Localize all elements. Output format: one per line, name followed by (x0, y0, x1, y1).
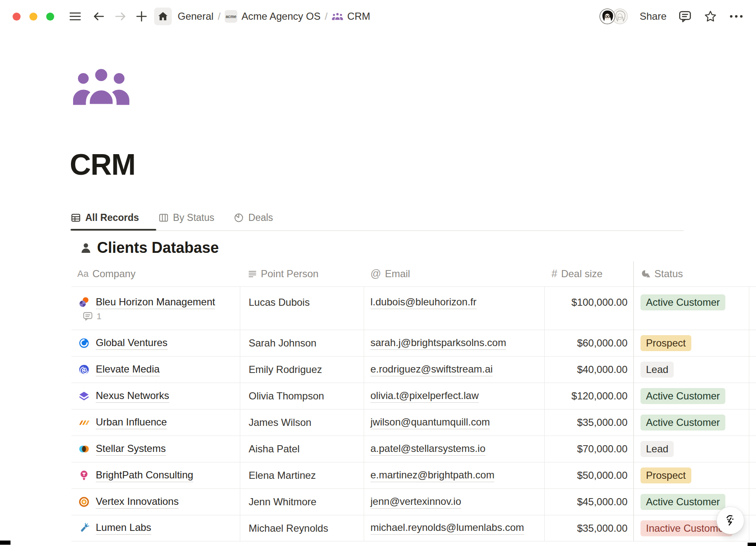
company-link[interactable]: Elevate Media (96, 363, 160, 376)
company-link[interactable]: Stellar Systems (96, 443, 166, 456)
table-row[interactable]: Lumen LabsMichael Reynoldsmichael.reynol… (71, 515, 756, 541)
status-badge[interactable]: Prospect (640, 467, 691, 483)
zoom-window-button[interactable] (46, 13, 54, 21)
email-cell[interactable]: e.martinez@brightpath.com (370, 462, 494, 488)
email-link[interactable]: jenn@vertexinnov.io (370, 496, 461, 509)
company-cell[interactable]: Urban Influence (96, 410, 167, 436)
email-link[interactable]: michael.reynolds@lumenlabs.com (370, 522, 524, 535)
company-link[interactable]: Urban Influence (96, 416, 167, 429)
status-badge[interactable]: Active Customer (640, 415, 725, 430)
breadcrumb-root[interactable]: General (178, 10, 213, 22)
deal-size-cell[interactable]: $45,000.00 (544, 489, 627, 515)
table-row[interactable]: Vertex InnovationsJenn Whitmorejenn@vert… (71, 489, 756, 515)
deal-size-cell[interactable]: $100,000.00 (544, 287, 627, 318)
email-cell[interactable]: michael.reynolds@lumenlabs.com (370, 515, 524, 541)
company-link[interactable]: BrightPath Consulting (96, 469, 193, 482)
table-row[interactable]: Urban InfluenceJames Wilsonjwilson@quant… (71, 410, 756, 436)
status-cell[interactable]: Lead (640, 436, 674, 462)
notion-ai-button[interactable] (717, 507, 744, 534)
forward-icon[interactable] (115, 10, 126, 22)
column-header-deal-size[interactable]: # Deal size (551, 260, 603, 287)
status-badge[interactable]: Active Customer (640, 494, 725, 510)
sidebar-menu-icon[interactable] (69, 11, 81, 21)
status-cell[interactable]: Prospect (640, 330, 691, 356)
column-header-email[interactable]: @ Email (370, 260, 410, 287)
breadcrumb-page[interactable]: CRM (347, 10, 370, 22)
company-cell[interactable]: Lumen Labs (96, 515, 151, 541)
email-link[interactable]: sarah.j@brightsparksolns.com (370, 337, 506, 350)
point-person-cell[interactable]: Sarah Johnson (249, 330, 316, 356)
point-person-cell[interactable]: Olivia Thompson (249, 383, 324, 409)
comments-icon[interactable] (678, 10, 692, 23)
deal-size-cell[interactable]: $50,000.00 (544, 462, 627, 488)
column-header-status[interactable]: Status (641, 260, 683, 287)
email-link[interactable]: olivia.t@pixelperfect.law (370, 390, 479, 403)
company-link[interactable]: Lumen Labs (96, 522, 151, 535)
comment-count[interactable]: 1 (82, 308, 102, 325)
tab-deals[interactable]: Deals (234, 212, 273, 223)
column-header-company[interactable]: Aa Company (77, 260, 136, 287)
status-badge[interactable]: Active Customer (640, 294, 725, 310)
deal-size-cell[interactable]: $35,000.00 (544, 515, 627, 541)
database-title[interactable]: Clients Database (97, 239, 219, 257)
status-cell[interactable]: Active Customer (640, 489, 725, 515)
page-icon-people-group-icon[interactable] (72, 67, 130, 107)
close-window-button[interactable] (13, 13, 21, 21)
email-cell[interactable]: olivia.t@pixelperfect.law (370, 383, 479, 409)
table-row[interactable]: Global VenturesSarah Johnsonsarah.j@brig… (71, 330, 756, 357)
column-header-point-person[interactable]: Point Person (248, 260, 318, 287)
company-link[interactable]: Vertex Innovations (96, 496, 178, 509)
company-link[interactable]: Global Ventures (96, 337, 168, 350)
deal-size-cell[interactable]: $120,000.00 (544, 383, 627, 409)
point-person-cell[interactable]: James Wilson (249, 410, 311, 436)
share-button[interactable]: Share (640, 10, 667, 22)
status-cell[interactable]: Lead (640, 357, 674, 383)
tab-all-records[interactable]: All Records (71, 212, 139, 223)
company-cell[interactable]: BrightPath Consulting (96, 462, 193, 488)
email-cell[interactable]: a.patel@stellarsystems.io (370, 436, 486, 462)
point-person-cell[interactable]: Emily Rodriguez (249, 357, 322, 383)
deal-size-cell[interactable]: $35,000.00 (544, 410, 627, 436)
company-cell[interactable]: Elevate Media (96, 357, 160, 383)
status-badge[interactable]: Lead (640, 362, 674, 378)
company-link[interactable]: Nexus Networks (96, 390, 169, 403)
status-cell[interactable]: Prospect (640, 462, 691, 488)
email-cell[interactable]: l.dubois@bleuhorizon.fr (370, 287, 477, 318)
email-cell[interactable]: e.rodriguez@swiftstream.ai (370, 357, 493, 383)
company-cell[interactable]: Global Ventures (96, 330, 168, 356)
point-person-cell[interactable]: Lucas Dubois (249, 287, 310, 318)
email-link[interactable]: a.patel@stellarsystems.io (370, 443, 486, 456)
company-cell[interactable]: Stellar Systems (96, 436, 166, 462)
status-cell[interactable]: Active Customer (640, 410, 725, 436)
email-cell[interactable]: sarah.j@brightsparksolns.com (370, 330, 506, 356)
home-icon[interactable] (154, 8, 172, 25)
email-cell[interactable]: jwilson@quantumquill.com (370, 410, 490, 436)
table-row[interactable]: Nexus NetworksOlivia Thompsonolivia.t@pi… (71, 383, 756, 410)
point-person-cell[interactable]: Aisha Patel (249, 436, 299, 462)
table-row[interactable]: Bleu Horizon ManagementLucas Duboisl.dub… (71, 287, 756, 330)
table-row[interactable]: Elevate MediaEmily Rodrigueze.rodriguez@… (71, 357, 756, 383)
email-link[interactable]: l.dubois@bleuhorizon.fr (370, 296, 477, 309)
status-badge[interactable]: Prospect (640, 335, 691, 351)
more-options-icon[interactable] (729, 14, 743, 18)
breadcrumb-workspace[interactable]: Acme Agency OS (242, 10, 320, 22)
deal-size-cell[interactable]: $70,000.00 (544, 436, 627, 462)
company-link[interactable]: Bleu Horizon Management (96, 296, 215, 309)
email-link[interactable]: e.rodriguez@swiftstream.ai (370, 363, 493, 376)
favorite-star-icon[interactable] (704, 10, 717, 24)
email-link[interactable]: e.martinez@brightpath.com (370, 469, 494, 482)
back-icon[interactable] (93, 10, 105, 22)
company-cell[interactable]: Nexus Networks (96, 383, 169, 409)
collaborator-avatars[interactable] (599, 8, 628, 24)
status-cell[interactable]: Active Customer (640, 287, 725, 318)
email-cell[interactable]: jenn@vertexinnov.io (370, 489, 461, 515)
status-badge[interactable]: Active Customer (640, 388, 725, 404)
tab-by-status[interactable]: By Status (158, 212, 214, 223)
deal-size-cell[interactable]: $60,000.00 (544, 330, 627, 356)
table-row[interactable]: Stellar SystemsAisha Patela.patel@stella… (71, 436, 756, 462)
point-person-cell[interactable]: Jenn Whitmore (249, 489, 316, 515)
deal-size-cell[interactable]: $40,000.00 (544, 357, 627, 383)
table-row[interactable]: BrightPath ConsultingElena Martineze.mar… (71, 462, 756, 489)
email-link[interactable]: jwilson@quantumquill.com (370, 416, 490, 429)
company-cell[interactable]: Vertex Innovations (96, 489, 178, 515)
